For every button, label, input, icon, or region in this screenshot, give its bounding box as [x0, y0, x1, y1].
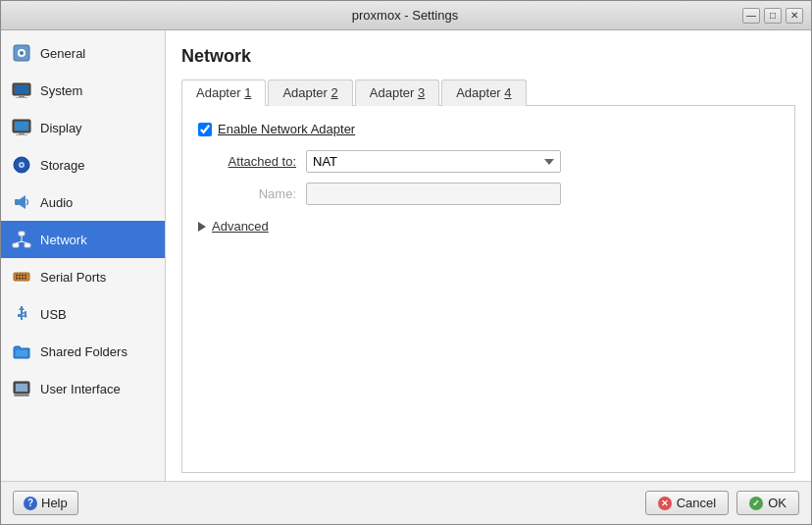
ok-label: OK — [768, 496, 787, 510]
tab-content-adapter1: Enable Network Adapter Attached to: NAT … — [181, 106, 795, 473]
attached-to-select[interactable]: NAT Bridged Adapter Internal Network Hos… — [306, 150, 561, 173]
footer-right: ✕ Cancel ✓ OK — [645, 491, 799, 515]
sidebar-item-general[interactable]: General — [1, 34, 165, 72]
sidebar-item-display[interactable]: Display — [1, 109, 165, 146]
help-button[interactable]: ? Help — [13, 491, 78, 515]
sidebar-item-label-user-interface: User Interface — [40, 382, 121, 396]
tab-adapter3[interactable]: Adapter 3 — [355, 79, 439, 106]
sidebar-item-network[interactable]: Network — [1, 221, 165, 258]
shared-folders-icon — [11, 341, 32, 362]
svg-line-20 — [16, 241, 22, 243]
name-label: Name: — [198, 186, 306, 201]
tab-adapter1[interactable]: Adapter 1 — [181, 79, 266, 106]
attached-to-label: Attached to: — [198, 154, 306, 169]
sidebar-item-system[interactable]: System — [1, 72, 165, 109]
advanced-label: Advanced — [212, 219, 269, 234]
tab-adapter2[interactable]: Adapter 2 — [268, 79, 352, 106]
sidebar-item-label-serial-ports: Serial Ports — [40, 270, 106, 285]
sidebar-item-audio[interactable]: Audio — [1, 184, 165, 221]
svg-rect-33 — [18, 314, 22, 317]
display-icon — [11, 117, 32, 138]
enable-network-label: Enable Network Adapter — [218, 122, 355, 136]
network-icon — [11, 229, 32, 250]
sidebar-item-usb[interactable]: USB — [1, 295, 165, 333]
window-controls: — □ ✕ — [742, 8, 803, 24]
svg-rect-14 — [15, 199, 20, 205]
svg-point-26 — [25, 275, 26, 277]
sidebar-item-label-display: Display — [40, 121, 82, 135]
tab-adapter2-num: 2 — [331, 85, 338, 100]
svg-point-27 — [16, 278, 18, 280]
footer-left: ? Help — [13, 491, 78, 515]
cancel-label: Cancel — [677, 496, 716, 510]
svg-line-21 — [22, 241, 27, 243]
sidebar: General System — [1, 30, 166, 481]
sidebar-item-label-audio: Audio — [40, 195, 73, 210]
svg-rect-17 — [13, 243, 19, 247]
general-icon — [11, 42, 32, 64]
tabs-bar: Adapter 1 Adapter 2 Adapter 3 Adapter 4 — [181, 79, 795, 106]
sidebar-item-label-shared-folders: Shared Folders — [40, 344, 127, 359]
sidebar-item-shared-folders[interactable]: Shared Folders — [1, 333, 165, 370]
sidebar-item-user-interface[interactable]: User Interface — [1, 370, 165, 407]
sidebar-item-label-storage: Storage — [40, 158, 85, 173]
close-button[interactable]: ✕ — [786, 8, 803, 24]
svg-point-24 — [19, 275, 21, 277]
sidebar-item-serial-ports[interactable]: Serial Ports — [1, 258, 165, 295]
main-content: Network Adapter 1 Adapter 2 Adapter 3 Ad… — [166, 30, 811, 481]
svg-point-29 — [22, 278, 24, 280]
cancel-icon: ✕ — [658, 497, 672, 510]
maximize-button[interactable]: □ — [764, 8, 782, 24]
svg-point-25 — [22, 275, 24, 277]
sidebar-item-label-usb: USB — [40, 307, 67, 322]
help-icon: ? — [24, 497, 37, 510]
enable-network-checkbox[interactable] — [198, 123, 212, 136]
sidebar-item-label-system: System — [40, 83, 82, 98]
ok-icon: ✓ — [749, 497, 763, 510]
title-bar: proxmox - Settings — □ ✕ — [1, 1, 811, 30]
ok-button[interactable]: ✓ OK — [736, 491, 799, 515]
name-row: Name: — [198, 183, 779, 205]
sidebar-item-label-general: General — [40, 46, 85, 61]
sidebar-item-storage[interactable]: Storage — [1, 146, 165, 184]
svg-point-23 — [16, 275, 18, 277]
settings-window: proxmox - Settings — □ ✕ General — [0, 0, 812, 525]
svg-point-28 — [19, 278, 21, 280]
svg-point-13 — [21, 164, 23, 166]
tab-adapter4-num: 4 — [504, 85, 511, 100]
svg-rect-16 — [19, 232, 25, 236]
svg-marker-15 — [20, 195, 25, 209]
advanced-toggle[interactable]: Advanced — [198, 215, 779, 237]
svg-rect-10 — [16, 134, 27, 135]
window-title: proxmox - Settings — [68, 8, 742, 23]
tab-adapter1-num: 1 — [244, 85, 251, 100]
tab-adapter4[interactable]: Adapter 4 — [441, 79, 526, 106]
system-icon — [11, 79, 32, 101]
attached-to-row: Attached to: NAT Bridged Adapter Interna… — [198, 150, 779, 173]
name-input[interactable] — [306, 183, 561, 205]
svg-rect-37 — [25, 311, 26, 315]
svg-rect-22 — [14, 273, 29, 281]
audio-icon — [11, 191, 32, 213]
help-label: Help — [41, 496, 68, 510]
svg-rect-38 — [16, 350, 27, 356]
enable-network-row: Enable Network Adapter — [198, 122, 779, 136]
svg-rect-40 — [16, 384, 27, 392]
svg-rect-18 — [25, 243, 30, 247]
svg-rect-6 — [16, 97, 27, 98]
serial-ports-icon — [11, 266, 32, 288]
sidebar-item-label-network: Network — [40, 233, 87, 247]
advanced-triangle-icon — [198, 222, 206, 232]
svg-rect-8 — [15, 122, 28, 131]
user-interface-icon — [11, 378, 32, 399]
svg-point-2 — [20, 51, 24, 55]
svg-rect-41 — [14, 394, 29, 396]
svg-marker-32 — [19, 306, 25, 310]
window-body: General System — [1, 30, 811, 481]
tab-adapter3-num: 3 — [418, 85, 425, 100]
minimize-button[interactable]: — — [742, 8, 760, 24]
cancel-button[interactable]: ✕ Cancel — [645, 491, 729, 515]
svg-point-30 — [25, 278, 26, 280]
storage-icon — [11, 154, 32, 176]
page-title: Network — [181, 46, 795, 67]
